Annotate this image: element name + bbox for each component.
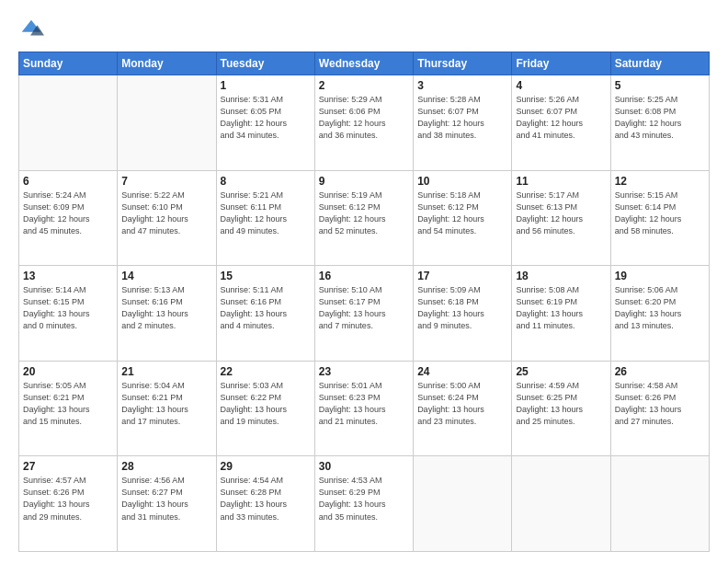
day-detail: Sunrise: 5:18 AM Sunset: 6:12 PM Dayligh… bbox=[417, 190, 507, 237]
week-row-0: 1Sunrise: 5:31 AM Sunset: 6:05 PM Daylig… bbox=[19, 75, 710, 171]
day-number: 5 bbox=[615, 79, 705, 92]
calendar-cell: 20Sunrise: 5:05 AM Sunset: 6:21 PM Dayli… bbox=[19, 361, 118, 456]
day-number: 29 bbox=[221, 460, 311, 473]
day-number: 23 bbox=[319, 365, 409, 378]
day-number: 7 bbox=[121, 175, 211, 188]
calendar-cell: 25Sunrise: 4:59 AM Sunset: 6:25 PM Dayli… bbox=[512, 361, 610, 456]
day-number: 10 bbox=[417, 175, 507, 188]
calendar-cell: 1Sunrise: 5:31 AM Sunset: 6:05 PM Daylig… bbox=[216, 75, 314, 171]
day-detail: Sunrise: 4:59 AM Sunset: 6:25 PM Dayligh… bbox=[516, 380, 606, 428]
day-number: 28 bbox=[121, 460, 211, 473]
day-detail: Sunrise: 5:14 AM Sunset: 6:15 PM Dayligh… bbox=[23, 284, 113, 332]
day-detail: Sunrise: 5:31 AM Sunset: 6:05 PM Dayligh… bbox=[221, 94, 311, 142]
day-detail: Sunrise: 5:19 AM Sunset: 6:12 PM Dayligh… bbox=[319, 190, 409, 237]
col-header-tuesday: Tuesday bbox=[216, 52, 314, 75]
day-number: 21 bbox=[121, 365, 211, 378]
day-detail: Sunrise: 5:26 AM Sunset: 6:07 PM Dayligh… bbox=[516, 94, 606, 142]
day-detail: Sunrise: 5:05 AM Sunset: 6:21 PM Dayligh… bbox=[23, 380, 113, 428]
day-number: 1 bbox=[221, 79, 311, 92]
day-number: 16 bbox=[319, 270, 409, 282]
day-detail: Sunrise: 5:06 AM Sunset: 6:20 PM Dayligh… bbox=[615, 284, 705, 332]
day-detail: Sunrise: 5:04 AM Sunset: 6:21 PM Dayligh… bbox=[121, 380, 211, 428]
day-detail: Sunrise: 5:13 AM Sunset: 6:16 PM Dayligh… bbox=[121, 284, 211, 332]
day-number: 22 bbox=[221, 365, 311, 378]
calendar-table: SundayMondayTuesdayWednesdayThursdayFrid… bbox=[18, 52, 710, 552]
calendar-cell: 29Sunrise: 4:54 AM Sunset: 6:28 PM Dayli… bbox=[216, 456, 314, 552]
calendar-cell: 10Sunrise: 5:18 AM Sunset: 6:12 PM Dayli… bbox=[414, 170, 512, 266]
logo bbox=[18, 17, 48, 42]
calendar-cell bbox=[19, 75, 118, 171]
week-row-1: 6Sunrise: 5:24 AM Sunset: 6:09 PM Daylig… bbox=[19, 170, 710, 266]
day-number: 2 bbox=[319, 79, 409, 92]
day-number: 18 bbox=[516, 270, 606, 282]
calendar-cell bbox=[414, 456, 512, 552]
calendar-cell: 30Sunrise: 4:53 AM Sunset: 6:29 PM Dayli… bbox=[314, 456, 413, 552]
day-number: 24 bbox=[417, 365, 507, 378]
day-detail: Sunrise: 4:53 AM Sunset: 6:29 PM Dayligh… bbox=[319, 475, 409, 523]
day-detail: Sunrise: 5:21 AM Sunset: 6:11 PM Dayligh… bbox=[221, 190, 311, 237]
calendar-cell: 11Sunrise: 5:17 AM Sunset: 6:13 PM Dayli… bbox=[512, 170, 610, 266]
day-number: 17 bbox=[417, 270, 507, 282]
calendar-cell: 13Sunrise: 5:14 AM Sunset: 6:15 PM Dayli… bbox=[19, 266, 118, 362]
day-number: 30 bbox=[319, 460, 409, 473]
day-detail: Sunrise: 5:08 AM Sunset: 6:19 PM Dayligh… bbox=[516, 284, 606, 332]
day-number: 14 bbox=[121, 270, 211, 282]
day-detail: Sunrise: 5:28 AM Sunset: 6:07 PM Dayligh… bbox=[417, 94, 507, 142]
calendar-cell bbox=[610, 456, 709, 552]
calendar-cell: 6Sunrise: 5:24 AM Sunset: 6:09 PM Daylig… bbox=[19, 170, 118, 266]
day-number: 27 bbox=[23, 460, 113, 473]
calendar-cell: 7Sunrise: 5:22 AM Sunset: 6:10 PM Daylig… bbox=[118, 170, 216, 266]
day-number: 19 bbox=[615, 270, 705, 282]
calendar-cell: 4Sunrise: 5:26 AM Sunset: 6:07 PM Daylig… bbox=[512, 75, 610, 171]
day-detail: Sunrise: 5:03 AM Sunset: 6:22 PM Dayligh… bbox=[221, 380, 311, 428]
calendar-cell: 14Sunrise: 5:13 AM Sunset: 6:16 PM Dayli… bbox=[118, 266, 216, 362]
calendar-body: 1Sunrise: 5:31 AM Sunset: 6:05 PM Daylig… bbox=[19, 75, 710, 552]
week-row-3: 20Sunrise: 5:05 AM Sunset: 6:21 PM Dayli… bbox=[19, 361, 710, 456]
calendar-cell: 3Sunrise: 5:28 AM Sunset: 6:07 PM Daylig… bbox=[414, 75, 512, 171]
day-detail: Sunrise: 5:01 AM Sunset: 6:23 PM Dayligh… bbox=[319, 380, 409, 428]
calendar-cell: 17Sunrise: 5:09 AM Sunset: 6:18 PM Dayli… bbox=[414, 266, 512, 362]
calendar-cell: 5Sunrise: 5:25 AM Sunset: 6:08 PM Daylig… bbox=[610, 75, 709, 171]
col-header-monday: Monday bbox=[118, 52, 216, 75]
col-header-saturday: Saturday bbox=[610, 52, 709, 75]
col-header-friday: Friday bbox=[512, 52, 610, 75]
day-detail: Sunrise: 5:24 AM Sunset: 6:09 PM Dayligh… bbox=[23, 190, 113, 237]
day-detail: Sunrise: 5:11 AM Sunset: 6:16 PM Dayligh… bbox=[221, 284, 311, 332]
calendar-cell: 2Sunrise: 5:29 AM Sunset: 6:06 PM Daylig… bbox=[314, 75, 413, 171]
day-detail: Sunrise: 4:58 AM Sunset: 6:26 PM Dayligh… bbox=[615, 380, 705, 428]
day-number: 20 bbox=[23, 365, 113, 378]
col-header-thursday: Thursday bbox=[414, 52, 512, 75]
day-number: 15 bbox=[221, 270, 311, 282]
day-number: 4 bbox=[516, 79, 606, 92]
calendar-cell bbox=[512, 456, 610, 552]
calendar-cell: 26Sunrise: 4:58 AM Sunset: 6:26 PM Dayli… bbox=[610, 361, 709, 456]
day-detail: Sunrise: 5:09 AM Sunset: 6:18 PM Dayligh… bbox=[417, 284, 507, 332]
day-detail: Sunrise: 4:57 AM Sunset: 6:26 PM Dayligh… bbox=[23, 475, 113, 523]
col-header-sunday: Sunday bbox=[19, 52, 118, 75]
calendar-header: SundayMondayTuesdayWednesdayThursdayFrid… bbox=[19, 52, 710, 75]
day-number: 13 bbox=[23, 270, 113, 282]
calendar-cell: 15Sunrise: 5:11 AM Sunset: 6:16 PM Dayli… bbox=[216, 266, 314, 362]
calendar-cell: 8Sunrise: 5:21 AM Sunset: 6:11 PM Daylig… bbox=[216, 170, 314, 266]
day-detail: Sunrise: 5:29 AM Sunset: 6:06 PM Dayligh… bbox=[319, 94, 409, 142]
calendar-cell: 22Sunrise: 5:03 AM Sunset: 6:22 PM Dayli… bbox=[216, 361, 314, 456]
day-detail: Sunrise: 5:15 AM Sunset: 6:14 PM Dayligh… bbox=[615, 190, 705, 237]
day-number: 3 bbox=[417, 79, 507, 92]
calendar-cell: 19Sunrise: 5:06 AM Sunset: 6:20 PM Dayli… bbox=[610, 266, 709, 362]
day-number: 12 bbox=[615, 175, 705, 188]
header-row: SundayMondayTuesdayWednesdayThursdayFrid… bbox=[19, 52, 710, 75]
calendar-cell: 24Sunrise: 5:00 AM Sunset: 6:24 PM Dayli… bbox=[414, 361, 512, 456]
day-detail: Sunrise: 5:25 AM Sunset: 6:08 PM Dayligh… bbox=[615, 94, 705, 142]
calendar-cell: 28Sunrise: 4:56 AM Sunset: 6:27 PM Dayli… bbox=[118, 456, 216, 552]
day-detail: Sunrise: 5:17 AM Sunset: 6:13 PM Dayligh… bbox=[516, 190, 606, 237]
day-detail: Sunrise: 5:00 AM Sunset: 6:24 PM Dayligh… bbox=[417, 380, 507, 428]
calendar-cell bbox=[118, 75, 216, 171]
day-detail: Sunrise: 4:54 AM Sunset: 6:28 PM Dayligh… bbox=[221, 475, 311, 523]
day-number: 26 bbox=[615, 365, 705, 378]
day-number: 9 bbox=[319, 175, 409, 188]
calendar-cell: 21Sunrise: 5:04 AM Sunset: 6:21 PM Dayli… bbox=[118, 361, 216, 456]
page: SundayMondayTuesdayWednesdayThursdayFrid… bbox=[0, 0, 728, 563]
week-row-2: 13Sunrise: 5:14 AM Sunset: 6:15 PM Dayli… bbox=[19, 266, 710, 362]
day-detail: Sunrise: 5:22 AM Sunset: 6:10 PM Dayligh… bbox=[121, 190, 211, 237]
logo-icon bbox=[18, 17, 44, 42]
